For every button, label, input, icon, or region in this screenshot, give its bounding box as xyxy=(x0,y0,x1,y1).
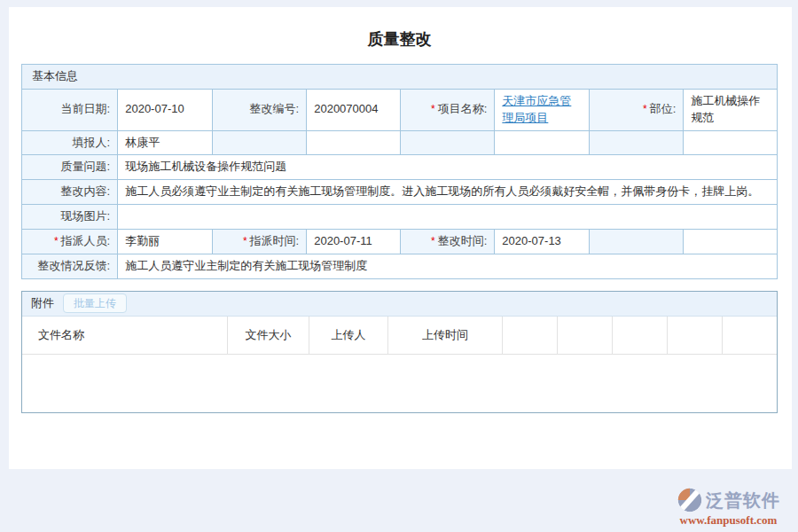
brand-footer: 泛普软件 www.fanpusoft.com xyxy=(677,487,780,528)
row-quality-problem: 质量问题: 现场施工机械设备操作规范问题 xyxy=(22,155,778,180)
field-site-photo-label: 现场图片: xyxy=(22,205,118,230)
field-feedback-label: 整改情况反馈: xyxy=(22,254,118,278)
attachments-empty-body xyxy=(22,355,777,412)
row-rectify-content: 整改内容: 施工人员必须遵守业主制定的有关施工现场管理制度。进入施工现场的所有人… xyxy=(22,180,778,205)
col-empty xyxy=(557,317,612,355)
empty-cell xyxy=(307,130,401,155)
field-location-value: 施工机械操作规范 xyxy=(684,89,778,130)
attachments-header-row: 文件名称 文件大小 上传人 上传时间 xyxy=(22,317,777,355)
field-current-date-value: 2020-07-10 xyxy=(118,89,213,130)
field-assignee-label: *指派人员: xyxy=(22,229,118,254)
empty-cell xyxy=(212,130,307,155)
field-project-name-label: *项目名称: xyxy=(400,89,495,130)
attachments-title: 附件 xyxy=(31,295,54,311)
field-feedback-value: 施工人员遵守业主制定的有关施工现场管理制度 xyxy=(118,254,778,278)
row-filler: 填报人: 林康平 xyxy=(22,130,778,155)
brand-url-link[interactable]: www.fanpusoft.com xyxy=(677,513,780,528)
required-marker: * xyxy=(431,103,435,115)
col-upload-time: 上传时间 xyxy=(388,317,503,355)
project-name-link[interactable]: 天津市应急管理局项目 xyxy=(502,94,571,124)
required-marker: * xyxy=(243,235,247,247)
col-empty xyxy=(723,317,777,355)
content-panel: 质量整改 基本信息 当前日期: 2020-07-10 整改编号: 2020070… xyxy=(9,7,792,469)
field-quality-problem-label: 质量问题: xyxy=(22,155,118,180)
col-empty xyxy=(502,317,557,355)
row-site-photo: 现场图片: xyxy=(22,205,778,230)
field-assign-time-value: 2020-07-11 xyxy=(307,229,401,254)
brand-name: 泛普软件 xyxy=(706,489,780,512)
col-empty xyxy=(612,317,667,355)
field-filler-value: 林康平 xyxy=(118,130,213,155)
field-quality-problem-value: 现场施工机械设备操作规范问题 xyxy=(118,155,778,180)
empty-cell xyxy=(589,229,684,254)
field-current-date-label: 当前日期: xyxy=(22,89,118,130)
page-title: 质量整改 xyxy=(21,29,778,49)
field-rectify-content-value: 施工人员必须遵守业主制定的有关施工现场管理制度。进入施工现场的所有人员必须戴好安… xyxy=(118,180,778,205)
field-rectify-time-value: 2020-07-13 xyxy=(495,229,590,254)
empty-cell xyxy=(400,130,495,155)
row-date-number-project: 当前日期: 2020-07-10 整改编号: 2020070004 *项目名称:… xyxy=(22,89,778,130)
field-rectify-content-label: 整改内容: xyxy=(22,180,118,205)
field-rectify-no-label: 整改编号: xyxy=(212,89,307,130)
required-marker: * xyxy=(431,235,435,247)
field-rectify-no-value: 2020070004 xyxy=(307,89,401,130)
attachments-panel: 附件 批量上传 文件名称 文件大小 上传人 上传时间 xyxy=(21,291,778,414)
attachments-table: 文件名称 文件大小 上传人 上传时间 xyxy=(22,317,777,356)
section-header-basic-info: 基本信息 xyxy=(22,65,778,90)
field-assign-time-label: *指派时间: xyxy=(212,229,307,254)
col-file-size: 文件大小 xyxy=(227,317,309,355)
empty-cell xyxy=(495,130,590,155)
batch-upload-button[interactable]: 批量上传 xyxy=(63,293,127,313)
field-project-name-value: 天津市应急管理局项目 xyxy=(495,89,590,130)
empty-cell xyxy=(589,130,684,155)
required-marker: * xyxy=(54,235,59,247)
field-site-photo-value xyxy=(118,205,778,230)
empty-cell xyxy=(684,229,778,254)
required-marker: * xyxy=(643,103,647,115)
row-feedback: 整改情况反馈: 施工人员遵守业主制定的有关施工现场管理制度 xyxy=(22,254,778,278)
col-file-name: 文件名称 xyxy=(22,317,227,355)
field-rectify-time-label: *整改时间: xyxy=(400,229,495,254)
field-assignee-value: 李勤丽 xyxy=(118,229,213,254)
section-header-row: 基本信息 xyxy=(22,65,778,90)
basic-info-table: 基本信息 当前日期: 2020-07-10 整改编号: 2020070004 *… xyxy=(21,64,778,279)
field-filler-label: 填报人: xyxy=(22,130,118,155)
field-location-label: *部位: xyxy=(589,89,684,130)
row-assignment: *指派人员: 李勤丽 *指派时间: 2020-07-11 *整改时间: 2020… xyxy=(22,229,778,254)
attachments-header-bar: 附件 批量上传 xyxy=(22,292,777,317)
empty-cell xyxy=(684,130,778,155)
col-empty xyxy=(668,317,723,355)
col-uploader: 上传人 xyxy=(309,317,387,355)
fanpu-logo-icon xyxy=(677,487,703,513)
